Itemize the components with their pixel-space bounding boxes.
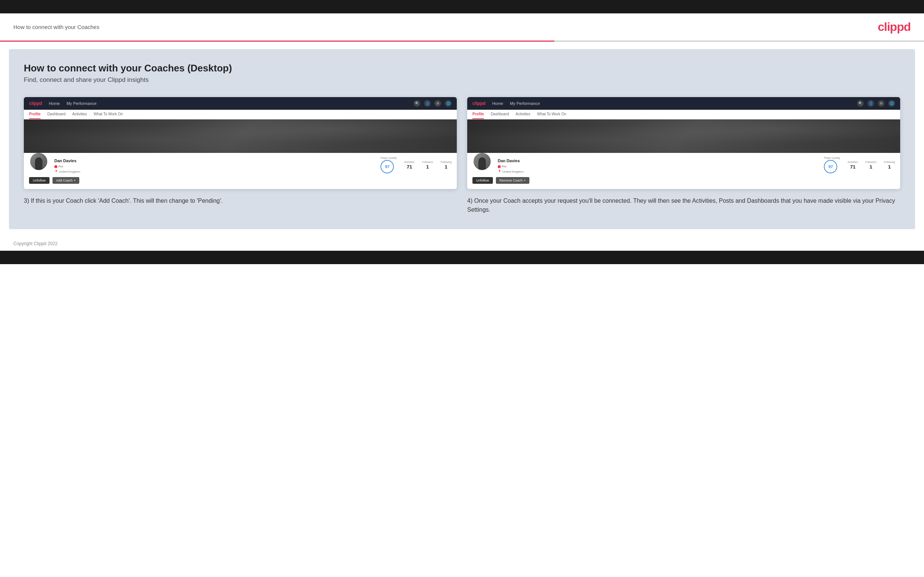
quality-label-right: Player Quality: [824, 156, 840, 159]
top-bar: [0, 0, 924, 13]
badge-label-right: Pro: [502, 165, 506, 168]
desc-text-left: 3) If this is your Coach click 'Add Coac…: [24, 197, 457, 205]
mock-nav-home-right[interactable]: Home: [492, 101, 503, 106]
followers-value-left: 1: [422, 164, 433, 170]
player-quality-wrap-left: Player Quality 97: [380, 156, 397, 173]
tab-activities-right[interactable]: Activities: [515, 112, 530, 119]
player-quality-wrap-right: Player Quality 97: [824, 156, 840, 173]
mock-buttons-left: Unfollow Add Coach +: [29, 177, 452, 184]
globe-icon-right[interactable]: 🌐: [888, 100, 895, 107]
badge-label-left: Pro: [58, 165, 63, 168]
mock-browser-right: clippd Home My Performance 🔍 👤 ⚙ 🌐 Profi…: [467, 97, 900, 189]
mock-tabs-left: Profile Dashboard Activities What To Wor…: [24, 110, 457, 119]
avatar-figure-right: [478, 157, 486, 170]
tab-whattoworkon-right[interactable]: What To Work On: [537, 112, 567, 119]
mock-logo-left: clippd: [29, 101, 42, 106]
following-stat-left: Following 1: [440, 161, 452, 170]
page-heading: How to connect with your Coaches (Deskto…: [24, 63, 900, 74]
following-label-left: Following: [440, 161, 452, 163]
search-icon-left[interactable]: 🔍: [414, 100, 420, 107]
remove-coach-icon-right: ×: [524, 179, 526, 182]
desc-text-right: 4) Once your Coach accepts your request …: [467, 197, 900, 214]
mock-logo-right: clippd: [472, 101, 485, 106]
mock-profile-area-left: Dan Davies Pro 📍 United Kingdom P: [24, 153, 457, 189]
mock-hero-bg-right: [467, 119, 900, 153]
search-icon-right[interactable]: 🔍: [857, 100, 864, 107]
followers-stat-right: Followers 1: [865, 161, 876, 170]
avatar-right: [472, 152, 492, 171]
mock-nav-performance-right[interactable]: My Performance: [510, 101, 540, 106]
mock-nav-performance-left[interactable]: My Performance: [67, 101, 97, 106]
player-location-left: 📍 United Kingdom: [54, 170, 375, 173]
user-icon-left[interactable]: 👤: [424, 100, 431, 107]
activities-value-left: 71: [404, 164, 415, 170]
remove-coach-button-right[interactable]: Remove Coach ×: [496, 177, 529, 184]
tab-profile-left[interactable]: Profile: [29, 112, 40, 119]
page-subheading: Find, connect and share your Clippd insi…: [24, 76, 900, 84]
following-value-left: 1: [440, 164, 452, 170]
mock-buttons-right: Unfollow Remove Coach ×: [472, 177, 895, 184]
player-name-left: Dan Davies: [54, 158, 375, 163]
mock-hero-bg-left: [24, 119, 457, 153]
settings-icon-left[interactable]: ⚙: [435, 100, 441, 107]
profile-info-right: Dan Davies Pro 📍 United Kingdom: [498, 157, 818, 173]
player-badge-left: Pro: [54, 165, 63, 168]
avatar-left: [29, 152, 48, 171]
badge-dot-left: [54, 165, 57, 168]
mock-browser-left: clippd Home My Performance 🔍 👤 ⚙ 🌐 Profi…: [24, 97, 457, 189]
header-divider: [0, 40, 924, 42]
main-content: How to connect with your Coaches (Deskto…: [9, 49, 915, 229]
tab-activities-left[interactable]: Activities: [72, 112, 87, 119]
screenshot-col-right: clippd Home My Performance 🔍 👤 ⚙ 🌐 Profi…: [467, 97, 900, 214]
mock-stats-right: Player Quality 97 Activities 71 Follower…: [824, 156, 895, 173]
mock-nav-home-left[interactable]: Home: [49, 101, 60, 106]
mock-hero-left: [24, 119, 457, 153]
following-stat-right: Following 1: [884, 161, 895, 170]
player-location-right: 📍 United Kingdom: [498, 170, 818, 173]
add-coach-icon-left: +: [74, 179, 76, 182]
quality-circle-right: 97: [824, 160, 837, 173]
activities-label-left: Activities: [404, 161, 415, 163]
mock-profile-row-right: Dan Davies Pro 📍 United Kingdom P: [472, 156, 895, 173]
add-coach-label-left: Add Coach: [56, 179, 73, 182]
mock-hero-right: [467, 119, 900, 153]
mock-nav-icons-left: 🔍 👤 ⚙ 🌐: [414, 100, 452, 107]
bottom-bar: [0, 251, 924, 264]
globe-icon-left[interactable]: 🌐: [445, 100, 452, 107]
unfollow-button-left[interactable]: Unfollow: [29, 177, 50, 184]
following-value-right: 1: [884, 164, 895, 170]
tab-profile-right[interactable]: Profile: [472, 112, 484, 119]
remove-coach-label-right: Remove Coach: [499, 179, 523, 182]
followers-value-right: 1: [865, 164, 876, 170]
activities-stat-left: Activities 71: [404, 161, 415, 170]
followers-stat-left: Followers 1: [422, 161, 433, 170]
activities-value-right: 71: [848, 164, 858, 170]
following-label-right: Following: [884, 161, 895, 163]
player-name-right: Dan Davies: [498, 158, 818, 163]
quality-circle-left: 97: [380, 160, 394, 173]
activities-stat-right: Activities 71: [848, 161, 858, 170]
followers-label-left: Followers: [422, 161, 433, 163]
add-coach-button-left[interactable]: Add Coach +: [52, 177, 80, 184]
copyright-text: Copyright Clippd 2022: [13, 241, 58, 246]
avatar-figure-left: [35, 157, 42, 170]
mock-tabs-right: Profile Dashboard Activities What To Wor…: [467, 110, 900, 119]
mock-nav-right: clippd Home My Performance 🔍 👤 ⚙ 🌐: [467, 97, 900, 110]
tab-dashboard-left[interactable]: Dashboard: [47, 112, 66, 119]
mock-profile-row-left: Dan Davies Pro 📍 United Kingdom P: [29, 156, 452, 173]
screenshots-row: clippd Home My Performance 🔍 👤 ⚙ 🌐 Profi…: [24, 97, 900, 214]
header-title: How to connect with your Coaches: [13, 24, 99, 30]
tab-whattoworkon-left[interactable]: What To Work On: [94, 112, 123, 119]
footer: Copyright Clippd 2022: [0, 237, 924, 251]
header: How to connect with your Coaches clippd: [0, 13, 924, 40]
user-icon-right[interactable]: 👤: [867, 100, 874, 107]
mock-stats-left: Player Quality 97 Activities 71 Follower…: [380, 156, 452, 173]
mock-profile-area-right: Dan Davies Pro 📍 United Kingdom P: [467, 153, 900, 189]
tab-dashboard-right[interactable]: Dashboard: [491, 112, 509, 119]
unfollow-button-right[interactable]: Unfollow: [472, 177, 493, 184]
mock-nav-left: clippd Home My Performance 🔍 👤 ⚙ 🌐: [24, 97, 457, 110]
profile-info-left: Dan Davies Pro 📍 United Kingdom: [54, 157, 375, 173]
settings-icon-right[interactable]: ⚙: [878, 100, 885, 107]
mock-nav-icons-right: 🔍 👤 ⚙ 🌐: [857, 100, 895, 107]
followers-label-right: Followers: [865, 161, 876, 163]
